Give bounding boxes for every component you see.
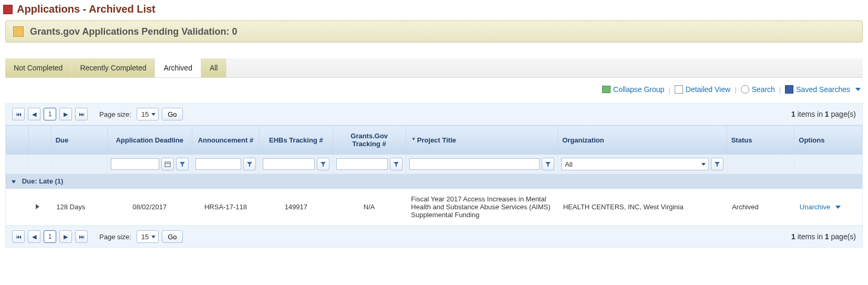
filter-grants-gov-input[interactable] [336,158,388,170]
cell-grants-gov: N/A [333,189,406,226]
collapse-group-link[interactable]: Collapse Group [602,85,664,94]
pager-top: ⏮ ◀ 1 ▶ ⏭ Page size: 15 Go 1 items in 1 … [6,104,862,125]
pager-first-button[interactable]: ⏮ [12,108,25,120]
page-title: Applications - Archived List [17,3,156,15]
filter-organization-select[interactable]: All [561,158,709,170]
col-header-grants-gov[interactable]: Grants.Gov Tracking # [333,126,406,155]
pending-validation-banner: Grants.gov Applications Pending Validati… [5,21,863,43]
pager-last-button[interactable]: ⏭ [75,108,88,120]
save-icon [785,85,793,94]
applications-table: Due Application Deadline Announcement # … [6,125,862,226]
search-link[interactable]: Search [741,85,775,94]
cell-due: 128 Days [51,189,107,226]
pager-summary: 1 items in 1 page(s) [791,110,856,118]
detailed-view-link[interactable]: Detailed View [675,85,730,94]
pager-prev-button[interactable]: ◀ [28,230,40,243]
col-header-ehb[interactable]: EHBs Tracking # [260,126,333,155]
tab-archived[interactable]: Archived [155,58,201,77]
filter-organization-button[interactable] [711,158,724,170]
pager-prev-button[interactable]: ◀ [28,108,40,120]
options-dropdown-icon [835,206,841,209]
svg-marker-4 [321,162,326,167]
col-header-project-title[interactable]: ▾Project Title [406,126,557,155]
col-header-options: Options [794,126,862,155]
page-size-label: Page size: [99,110,131,118]
col-row-toggle [28,126,51,155]
grid-toolbar: Collapse Group | Detailed View | Search … [0,78,868,98]
cell-status: Archived [727,189,794,226]
col-group-toggle [6,126,29,155]
svg-rect-0 [165,162,170,167]
pager-summary: 1 items in 1 page(s) [791,232,856,241]
tab-not-completed[interactable]: Not Completed [5,58,71,77]
group-collapse-icon[interactable] [12,180,16,184]
filter-row: All [6,155,862,174]
data-grid: ⏮ ◀ 1 ▶ ⏭ Page size: 15 Go 1 items in 1 … [5,103,863,248]
filter-title-input[interactable] [409,158,540,170]
col-header-status[interactable]: Status [727,126,794,155]
col-header-organization[interactable]: Organization [558,126,727,155]
tabs-container: Not Completed Recently Completed Archive… [5,58,863,78]
page-title-bar: Applications - Archived List [0,0,868,21]
filter-ehb-button[interactable] [317,158,329,170]
col-header-deadline[interactable]: Application Deadline [107,126,192,155]
pager-page-number[interactable]: 1 [44,108,56,120]
pager-go-button[interactable]: Go [162,108,182,120]
cell-deadline[interactable]: 08/02/2017 [107,189,192,226]
detailed-view-icon [675,85,683,94]
group-row-late[interactable]: Due: Late (1) [6,174,862,189]
svg-marker-5 [394,162,399,167]
pager-first-button[interactable]: ⏮ [12,230,25,243]
filter-ehb-input[interactable] [263,158,314,170]
cell-ehb: 149917 [260,189,333,226]
filter-title-button[interactable] [542,158,554,170]
tab-recently-completed[interactable]: Recently Completed [71,58,155,77]
filter-deadline-input[interactable] [111,158,159,170]
page-size-label: Page size: [99,233,131,241]
col-header-due[interactable]: Due [51,126,107,155]
col-header-announcement[interactable]: Announcement # [192,126,260,155]
tab-all[interactable]: All [201,58,227,77]
collapse-group-icon [602,86,611,93]
cell-organization[interactable]: HEALTH CENTERS, INC, West Virginia [558,189,727,226]
pager-last-button[interactable]: ⏭ [75,230,88,243]
svg-marker-7 [715,162,720,167]
filter-announcement-input[interactable] [195,158,242,170]
svg-marker-6 [545,162,551,167]
svg-marker-3 [247,162,252,167]
pager-page-number[interactable]: 1 [44,230,56,243]
page-icon [3,5,13,14]
cell-announcement: HRSA-17-118 [192,189,260,226]
filter-announcement-button[interactable] [243,158,256,170]
banner-text: Grants.gov Applications Pending Validati… [30,26,237,37]
table-row: 128 Days 08/02/2017 HRSA-17-118 149917 N… [6,189,862,226]
pager-next-button[interactable]: ▶ [59,230,72,243]
pager-next-button[interactable]: ▶ [59,108,72,120]
cell-project-title: Fiscal Year 2017 Access Increases in Men… [406,189,557,226]
pager-go-button[interactable]: Go [162,230,182,243]
filter-deadline-calendar-button[interactable] [161,158,174,170]
sort-indicator-icon: ▾ [412,136,415,141]
pager-bottom: ⏮ ◀ 1 ▶ ⏭ Page size: 15 Go 1 items in 1 … [6,226,862,247]
filter-deadline-filter-button[interactable] [176,158,189,170]
folder-icon [13,26,24,37]
row-expand-icon[interactable] [36,204,39,209]
search-icon [741,85,749,94]
row-options[interactable]: Unarchive [800,203,857,211]
saved-searches-link[interactable]: Saved Searches [785,85,850,94]
filter-grants-gov-button[interactable] [390,158,402,170]
page-size-select[interactable]: 15 [137,230,159,243]
page-size-select[interactable]: 15 [137,108,159,120]
option-unarchive: Unarchive [800,203,831,211]
saved-searches-dropdown-icon[interactable] [855,88,861,91]
svg-marker-2 [180,162,185,167]
group-label: Due: Late (1) [22,177,64,185]
